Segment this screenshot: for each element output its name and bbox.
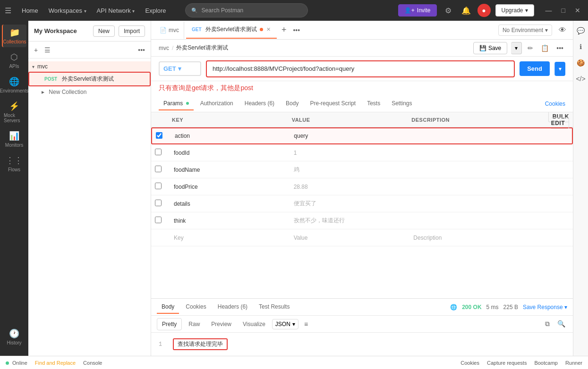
table-row: foodId 1 xyxy=(151,144,573,161)
sidebar-item-history[interactable]: 🕐 History xyxy=(2,326,26,348)
code-icon[interactable]: </> xyxy=(573,73,588,85)
edit-icon[interactable]: ✏ xyxy=(526,42,535,54)
request-item-active[interactable]: POST 外卖Servlet请求测试 xyxy=(28,72,151,86)
sidebar-item-collections[interactable]: 📁 Collections xyxy=(2,25,26,47)
close-button[interactable]: ✕ xyxy=(572,6,583,15)
url-input-wrapper xyxy=(206,60,515,77)
send-button[interactable]: Send xyxy=(520,61,550,76)
row-value-placeholder[interactable]: Value xyxy=(292,234,412,242)
request-tab-active[interactable]: GET 外卖Servlet请求测试 ✕ xyxy=(186,22,277,39)
minimize-button[interactable]: — xyxy=(543,6,555,15)
eye-icon[interactable]: 👁 xyxy=(556,24,569,37)
icon-sidebar: 📁 Collections ⬡ APIs 🌐 Environments ⚡ Mo… xyxy=(0,21,28,356)
row-key: foodName xyxy=(172,166,292,174)
save-response-button[interactable]: Save Response ▾ xyxy=(523,304,567,310)
cookies-link[interactable]: Cookies xyxy=(545,101,565,107)
preview-tab[interactable]: Preview xyxy=(206,319,236,330)
params-tab[interactable]: Params xyxy=(159,97,194,110)
row-checkbox[interactable] xyxy=(155,149,162,155)
bulk-edit-button[interactable]: Bulk Edit xyxy=(548,112,569,129)
tests-tab[interactable]: Tests xyxy=(362,97,385,110)
sidebar-item-monitors[interactable]: 📊 Monitors xyxy=(2,128,26,151)
more-options-icon[interactable]: ••• xyxy=(136,44,147,56)
row-description-placeholder[interactable]: Description xyxy=(411,234,531,242)
profile-icon[interactable]: ● xyxy=(477,4,491,17)
sidebar-item-apis[interactable]: ⬡ APIs xyxy=(2,49,26,72)
capture-requests-status[interactable]: Capture requests xyxy=(487,360,527,366)
list-icon[interactable]: ☰ xyxy=(43,44,52,56)
cookie-icon[interactable]: 🍪 xyxy=(574,57,587,69)
raw-tab[interactable]: Raw xyxy=(184,319,205,330)
method-selector[interactable]: GET ▾ xyxy=(159,61,201,76)
cookies-status[interactable]: Cookies xyxy=(460,360,479,366)
copy-icon[interactable]: 📋 xyxy=(539,42,551,54)
body-tab[interactable]: Body xyxy=(281,97,303,110)
collection-mvc[interactable]: ▾ mvc xyxy=(28,61,151,72)
maximize-button[interactable]: □ xyxy=(559,6,568,15)
response-content: 1 查找请求处理完毕 xyxy=(151,333,573,356)
send-dropdown-button[interactable]: ▾ xyxy=(554,62,565,76)
collections-icon: 📁 xyxy=(9,27,20,38)
pre-request-tab[interactable]: Pre-request Script xyxy=(305,97,360,110)
pretty-tab[interactable]: Pretty xyxy=(157,318,182,330)
sidebar-item-environments[interactable]: 🌐 Environments xyxy=(2,74,26,96)
new-collection-item[interactable]: ▸ New Collection xyxy=(28,86,151,98)
table-row: foodPrice 28.88 xyxy=(151,178,573,195)
import-button[interactable]: Import xyxy=(119,25,145,37)
row-checkbox[interactable] xyxy=(155,183,162,189)
api-network-nav[interactable]: API Network ▾ xyxy=(93,5,139,16)
row-checkbox[interactable] xyxy=(156,132,162,139)
visualize-tab[interactable]: Visualize xyxy=(238,319,270,330)
add-collection-icon[interactable]: + xyxy=(32,44,40,56)
response-text: 查找请求处理完毕 xyxy=(173,338,228,350)
authorization-tab[interactable]: Authorization xyxy=(196,97,238,110)
row-checkbox[interactable] xyxy=(155,166,162,172)
url-input[interactable] xyxy=(213,65,508,72)
search-response-icon[interactable]: 🔍 xyxy=(555,318,567,330)
tab-more-icon[interactable]: ••• xyxy=(291,25,302,36)
hamburger-icon[interactable]: ☰ xyxy=(5,6,11,15)
runner-status[interactable]: Runner xyxy=(565,360,582,366)
unsaved-dot xyxy=(260,28,263,31)
response-body-tab[interactable]: Body xyxy=(157,301,179,314)
sidebar-item-mock-servers[interactable]: ⚡ Mock Servers xyxy=(2,98,26,126)
json-format-selector[interactable]: JSON ▾ xyxy=(272,319,298,329)
status-ok: 200 OK xyxy=(462,304,481,310)
more-options-icon[interactable]: ••• xyxy=(554,42,565,54)
save-dropdown-button[interactable]: ▾ xyxy=(511,42,522,54)
copy-response-icon[interactable]: ⧉ xyxy=(543,318,552,330)
response-area: Body Cookies Headers (6) Test Results 🌐 … xyxy=(151,298,573,356)
tab-close-icon[interactable]: ✕ xyxy=(266,26,271,33)
console-button[interactable]: Console xyxy=(83,360,102,366)
find-replace-button[interactable]: Find and Replace xyxy=(35,360,76,366)
headers-tab[interactable]: Headers (6) xyxy=(240,97,279,110)
settings-tab[interactable]: Settings xyxy=(387,97,417,110)
environment-selector[interactable]: No Environment ▾ xyxy=(498,25,552,36)
home-nav[interactable]: Home xyxy=(18,5,42,16)
row-checkbox[interactable] xyxy=(155,217,162,223)
wrap-icon[interactable]: ≡ xyxy=(304,320,308,328)
online-indicator: Online xyxy=(6,360,27,366)
mock-servers-icon: ⚡ xyxy=(9,101,19,111)
new-button[interactable]: New xyxy=(93,25,115,37)
save-button[interactable]: 💾 Save xyxy=(473,42,507,54)
url-bar: GET ▾ Send ▾ xyxy=(151,57,573,81)
invite-button[interactable]: 👤+ Invite xyxy=(398,4,437,17)
search-bar[interactable]: 🔍 Search Postman xyxy=(185,3,308,17)
mvc-overview-tab[interactable]: 📄 mvc xyxy=(155,22,184,39)
info-icon[interactable]: ℹ xyxy=(577,41,584,53)
response-test-results-tab[interactable]: Test Results xyxy=(254,301,294,314)
sidebar-item-flows[interactable]: ⋮⋮ Flows xyxy=(2,152,26,175)
upgrade-button[interactable]: Upgrade ▾ xyxy=(495,4,534,17)
notification-icon[interactable]: 🔔 xyxy=(460,4,473,17)
new-tab-button[interactable]: + xyxy=(279,25,290,35)
workspaces-nav[interactable]: Workspaces ▾ xyxy=(45,5,90,16)
response-cookies-tab[interactable]: Cookies xyxy=(181,301,211,314)
row-checkbox[interactable] xyxy=(155,200,162,206)
bootcamp-status[interactable]: Bootcamp xyxy=(534,360,558,366)
comment-icon[interactable]: 💬 xyxy=(574,25,587,37)
settings-icon[interactable]: ⚙ xyxy=(442,4,455,17)
explore-nav[interactable]: Explore xyxy=(141,5,170,16)
response-headers-tab[interactable]: Headers (6) xyxy=(213,301,252,314)
row-key-placeholder[interactable]: Key xyxy=(172,234,292,242)
